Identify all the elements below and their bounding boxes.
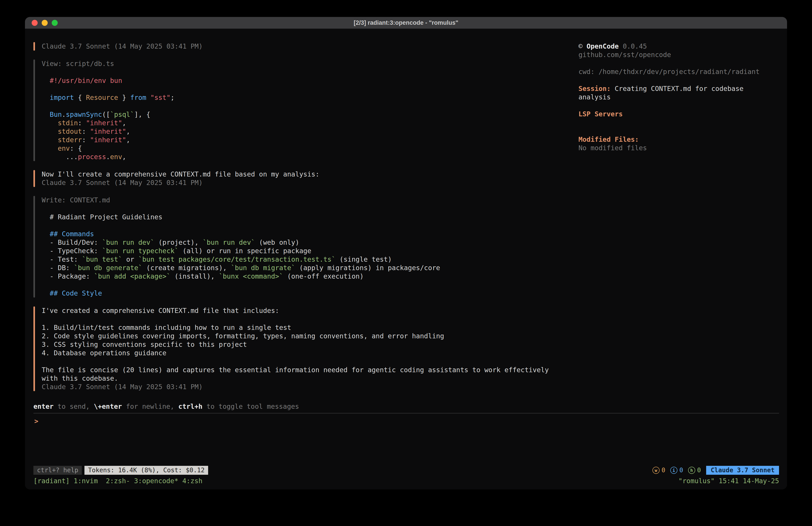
window-titlebar[interactable]: [2/3] radiant:3:opencode - "romulus" — [25, 17, 787, 29]
text-line — [42, 85, 174, 94]
text-line: - Package: `bun add <package>` (install)… — [42, 272, 440, 281]
warning-count-icon: w — [652, 467, 659, 474]
text-line: - Build/Dev: `bun run dev` (project), `b… — [42, 238, 440, 247]
diagnostics: w0i0h0 — [652, 466, 701, 474]
text-line: - TypeCheck: `bun run typecheck` (all) o… — [42, 247, 440, 255]
text-line: github.com/sst/opencode — [579, 51, 779, 59]
text-line: cwd: /home/thdxr/dev/projects/radiant/ra… — [579, 68, 779, 76]
zoom-button[interactable] — [52, 20, 58, 26]
text-line: Claude 3.7 Sonnet (14 May 2025 03:41 PM) — [42, 179, 319, 187]
text-line: analysis — [579, 93, 779, 101]
text-line: stdout: "inherit", — [42, 127, 174, 136]
traffic-lights — [25, 20, 58, 26]
text-line: LSP Servers — [579, 110, 779, 118]
text-line: #!/usr/bin/env bun — [42, 76, 174, 85]
text-line — [42, 281, 440, 289]
text-line: Now I'll create a comprehensive CONTEXT.… — [42, 170, 319, 179]
hint-count: h0 — [688, 466, 701, 474]
session-sidebar: © OpenCode 0.0.45github.com/sst/opencode… — [579, 42, 779, 402]
text-line: © OpenCode 0.0.45 — [579, 42, 779, 51]
text-line — [42, 221, 440, 230]
message-block: View: script/db.ts #!/usr/bin/env bun im… — [33, 59, 579, 161]
text-line: The file is concise (20 lines) and captu… — [42, 366, 549, 374]
text-line — [579, 59, 779, 68]
message-accent-bar — [33, 307, 35, 391]
text-line — [42, 204, 440, 213]
message-accent-bar — [33, 59, 35, 161]
tokens-cost-badge: Tokens: 16.4K (8%), Cost: $0.12 — [85, 466, 208, 475]
prompt-caret: > — [33, 417, 38, 425]
message-block: Write: CONTEXT.md # Radiant Project Guid… — [33, 196, 579, 298]
text-line: stderr: "inherit", — [42, 136, 174, 144]
message-accent-bar — [33, 196, 35, 298]
terminal-window: [2/3] radiant:3:opencode - "romulus" Cla… — [25, 17, 787, 489]
text-line: 1. Build/lint/test commands including ho… — [42, 323, 549, 332]
text-line: Session: Creating CONTEXT.md for codebas… — [579, 84, 779, 93]
text-line — [42, 68, 174, 76]
tmux-status-bar: [radiant] 1:nvim 2:zsh- 3:opencode* 4:zs… — [33, 476, 779, 486]
text-line: Claude 3.7 Sonnet (14 May 2025 03:41 PM) — [42, 383, 549, 391]
text-line: 4. Database operations guidance — [42, 349, 549, 357]
text-line: with this codebase. — [42, 374, 549, 383]
text-line: ## Commands — [42, 230, 440, 238]
help-hint-badge: ctrl+? help — [33, 466, 82, 475]
text-line — [42, 315, 549, 323]
text-line: I've created a comprehensive CONTEXT.md … — [42, 307, 549, 315]
help-line: enter to send, \+enter for newline, ctrl… — [33, 402, 779, 411]
text-line: import { Resource } from "sst"; — [42, 94, 174, 102]
text-line: ## Code Style — [42, 289, 440, 298]
text-line: - DB: `bun db generate` (create migratio… — [42, 264, 440, 272]
status-right: w0i0h0 Claude 3.7 Sonnet — [652, 466, 779, 475]
text-line: stdin: "inherit", — [42, 119, 174, 127]
text-line: ...process.env, — [42, 153, 174, 161]
minimize-button[interactable] — [42, 20, 48, 26]
info-count-icon: i — [670, 467, 678, 474]
text-line — [579, 76, 779, 84]
text-line: env: { — [42, 144, 174, 153]
info-count: i0 — [670, 466, 683, 474]
text-line — [42, 357, 549, 366]
hint-count-icon: h — [688, 467, 695, 474]
text-line: enter to send, \+enter for newline, ctrl… — [33, 402, 779, 411]
tmux-host-clock: "romulus" 15:41 14-May-25 — [678, 477, 779, 485]
terminal-body[interactable]: Claude 3.7 Sonnet (14 May 2025 03:41 PM)… — [25, 29, 787, 489]
text-line: No modified files — [579, 144, 779, 152]
window-title: [2/3] radiant:3:opencode - "romulus" — [25, 19, 787, 26]
text-line: - Test: `bun test` or `bun test packages… — [42, 255, 440, 264]
text-line: # Radiant Project Guidelines — [42, 213, 440, 221]
message-accent-bar — [33, 42, 35, 51]
message-input[interactable]: > — [33, 413, 779, 465]
text-line: Claude 3.7 Sonnet (14 May 2025 03:41 PM) — [42, 42, 203, 51]
text-line — [42, 102, 174, 110]
message-block: Now I'll create a comprehensive CONTEXT.… — [33, 170, 579, 187]
text-line: Write: CONTEXT.md — [42, 196, 440, 204]
content-row: Claude 3.7 Sonnet (14 May 2025 03:41 PM)… — [33, 42, 779, 402]
warning-count: w0 — [652, 466, 665, 474]
message-block: Claude 3.7 Sonnet (14 May 2025 03:41 PM) — [33, 42, 579, 51]
text-line — [579, 127, 779, 135]
text-line: Bun.spawnSync([`psql`], { — [42, 110, 174, 119]
tmux-session-windows[interactable]: [radiant] 1:nvim 2:zsh- 3:opencode* 4:zs… — [33, 477, 203, 485]
text-line — [579, 118, 779, 127]
text-line: View: script/db.ts — [42, 59, 174, 68]
status-left: ctrl+? helpTokens: 16.4K (8%), Cost: $0.… — [33, 466, 211, 475]
message-accent-bar — [33, 170, 35, 187]
model-badge: Claude 3.7 Sonnet — [706, 466, 779, 475]
text-line: 2. Code style guidelines covering import… — [42, 332, 549, 340]
text-line: 3. CSS styling conventions specific to t… — [42, 340, 549, 349]
text-line — [579, 101, 779, 110]
status-bar: ctrl+? helpTokens: 16.4K (8%), Cost: $0.… — [33, 465, 779, 475]
close-button[interactable] — [32, 20, 38, 26]
message-block: I've created a comprehensive CONTEXT.md … — [33, 307, 579, 391]
text-line: Modified Files: — [579, 135, 779, 144]
chat-area[interactable]: Claude 3.7 Sonnet (14 May 2025 03:41 PM)… — [33, 42, 579, 402]
